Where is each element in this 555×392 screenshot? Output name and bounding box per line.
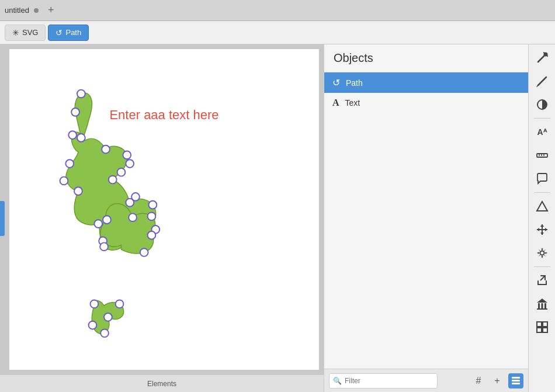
- canvas-svg: [9, 49, 319, 370]
- svg-marker-43: [537, 228, 539, 231]
- svg-point-13: [131, 193, 140, 201]
- svg-point-3: [68, 131, 77, 139]
- ruler-icon: [536, 149, 549, 162]
- svg-point-14: [149, 201, 157, 209]
- speech-button[interactable]: [531, 168, 553, 190]
- svg-rect-52: [537, 322, 542, 327]
- filter-input[interactable]: [329, 373, 438, 388]
- svg-rect-49: [544, 303, 546, 308]
- speech-icon: [536, 172, 549, 185]
- divider-2: [534, 192, 550, 193]
- pen-icon: [536, 75, 549, 88]
- tab-path-label: Path: [65, 28, 81, 37]
- svg-rect-47: [538, 303, 540, 308]
- svg-line-46: [540, 276, 545, 280]
- toolbar-tabs: ✳ SVG ↺ Path: [0, 21, 555, 44]
- title-bar: untitled +: [0, 0, 555, 21]
- stamp-icon: [536, 51, 549, 64]
- export-icon: [536, 274, 549, 287]
- svg-point-9: [126, 159, 134, 168]
- left-indicator: [0, 201, 5, 236]
- svg-rect-34: [537, 154, 547, 157]
- right-toolbar: Aᴬ: [528, 44, 555, 392]
- svg-point-4: [60, 177, 68, 185]
- svg-point-19: [129, 213, 137, 221]
- main-area: Enter aaa text here: [0, 44, 555, 392]
- canvas-white[interactable]: Enter aaa text here: [9, 49, 319, 370]
- layers-button[interactable]: [508, 373, 523, 388]
- objects-list: ↺ Path A Text: [324, 72, 528, 369]
- svg-point-25: [104, 313, 112, 321]
- svg-point-26: [100, 329, 109, 337]
- filter-wrapper: 🔍: [329, 373, 467, 388]
- object-item-text[interactable]: A Text: [324, 93, 528, 113]
- svg-point-28: [116, 300, 124, 308]
- add-button[interactable]: +: [490, 373, 505, 388]
- svg-point-17: [148, 231, 156, 240]
- objects-bottom: 🔍 # +: [324, 369, 528, 392]
- svg-point-5: [65, 159, 74, 168]
- objects-panel: Objects ↺ Path A Text 🔍 # +: [324, 44, 528, 392]
- svg-point-45: [540, 251, 544, 255]
- triangle-button[interactable]: [531, 195, 553, 217]
- building-button[interactable]: [531, 293, 553, 315]
- divider-3: [534, 266, 550, 267]
- export-button[interactable]: [531, 269, 553, 292]
- svg-point-10: [117, 168, 126, 176]
- svg-marker-44: [545, 228, 547, 231]
- svg-point-20: [103, 216, 111, 224]
- font-size-icon: Aᴬ: [537, 127, 546, 137]
- svg-point-6: [74, 187, 82, 195]
- canvas-area: Enter aaa text here: [0, 44, 324, 392]
- text-list-icon: A: [332, 98, 339, 108]
- svg-rect-53: [543, 322, 547, 327]
- svg-marker-42: [540, 233, 544, 235]
- svg-point-18: [140, 248, 148, 256]
- svg-marker-50: [537, 299, 547, 303]
- svg-point-1: [71, 108, 79, 116]
- object-item-text-label: Text: [345, 98, 360, 107]
- gear-button[interactable]: [531, 242, 553, 264]
- svg-marker-38: [537, 202, 547, 211]
- triangle-icon: [536, 200, 549, 213]
- svg-point-11: [109, 176, 117, 184]
- ruler-button[interactable]: [531, 144, 553, 166]
- svg-icon: ✳: [12, 28, 19, 37]
- divider-1: [534, 118, 550, 119]
- pen-tool-button[interactable]: [531, 70, 553, 92]
- svg-point-27: [89, 321, 97, 329]
- gear-icon: [536, 247, 549, 259]
- unsaved-dot: [34, 8, 39, 13]
- tab-svg-label: SVG: [22, 28, 38, 37]
- grid-icon: [536, 321, 549, 334]
- svg-rect-51: [537, 308, 547, 310]
- grid-button[interactable]: [531, 316, 553, 338]
- stamp-tool-button[interactable]: [531, 47, 553, 69]
- contrast-icon: [536, 98, 549, 111]
- object-item-path-label: Path: [346, 78, 363, 88]
- contrast-tool-button[interactable]: [531, 93, 553, 116]
- svg-point-8: [123, 151, 131, 159]
- layers-icon: [511, 376, 521, 386]
- svg-rect-31: [512, 383, 520, 384]
- svg-point-7: [102, 145, 110, 154]
- elements-label: Elements: [147, 380, 176, 388]
- svg-marker-41: [540, 224, 544, 227]
- svg-point-23: [100, 242, 108, 251]
- svg-rect-48: [541, 303, 543, 308]
- tab-svg[interactable]: ✳ SVG: [5, 25, 46, 41]
- objects-header: Objects: [324, 44, 528, 72]
- svg-point-0: [77, 90, 85, 98]
- hash-button[interactable]: #: [471, 373, 486, 388]
- path-shape: [66, 93, 156, 334]
- object-item-path[interactable]: ↺ Path: [324, 72, 528, 93]
- svg-rect-30: [512, 380, 520, 381]
- path-icon: ↺: [56, 28, 63, 37]
- svg-point-22: [94, 220, 102, 228]
- tab-path[interactable]: ↺ Path: [48, 25, 89, 41]
- font-size-button[interactable]: Aᴬ: [531, 121, 553, 143]
- new-tab-button[interactable]: +: [48, 4, 54, 16]
- move-button[interactable]: [531, 218, 553, 241]
- app-title: untitled: [5, 6, 29, 15]
- svg-point-2: [77, 134, 85, 142]
